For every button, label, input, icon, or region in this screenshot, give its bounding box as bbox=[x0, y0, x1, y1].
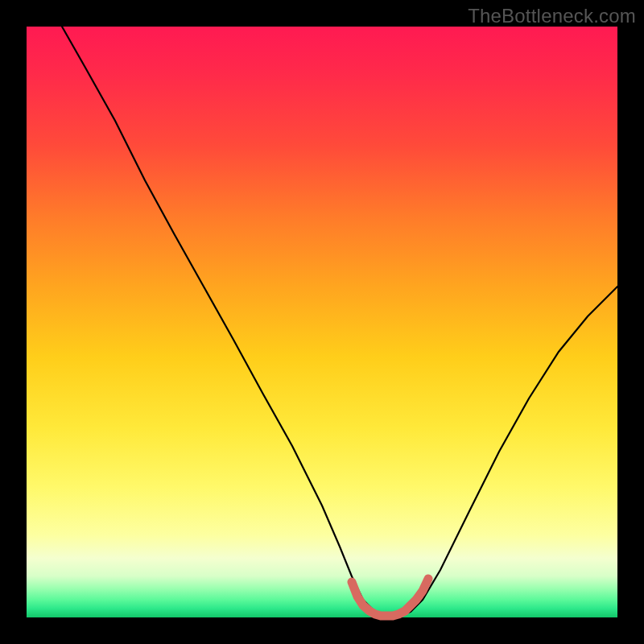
bottom-highlight bbox=[352, 579, 428, 616]
bottleneck-curve bbox=[62, 27, 617, 616]
watermark-text: TheBottleneck.com bbox=[468, 5, 636, 27]
plot-area bbox=[27, 27, 617, 617]
chart-frame: TheBottleneck.com bbox=[0, 0, 644, 644]
curve-layer bbox=[27, 27, 617, 617]
